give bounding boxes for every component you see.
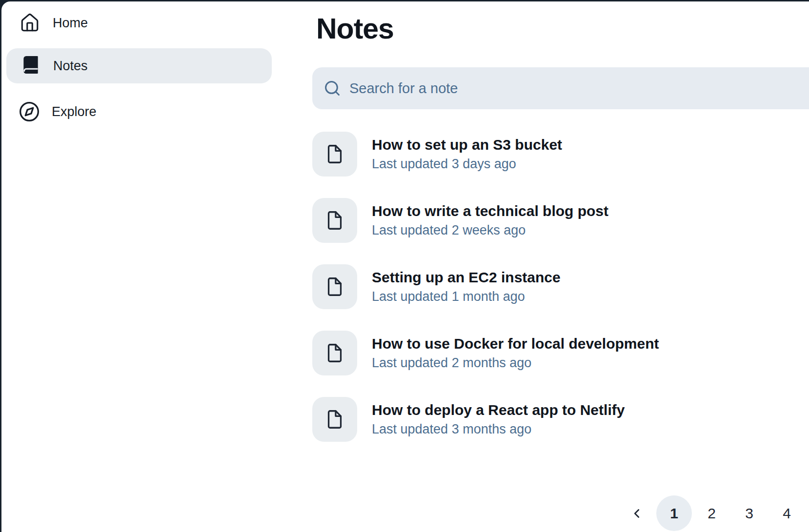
note-updated: Last updated 3 days ago	[372, 157, 562, 172]
note-updated: Last updated 3 months ago	[372, 422, 625, 437]
sidebar-item-home[interactable]: Home	[20, 10, 88, 36]
note-list-item[interactable]: How to write a technical blog post Last …	[312, 198, 794, 243]
search-bar[interactable]	[312, 67, 809, 109]
pagination-page-1[interactable]: 1	[656, 495, 692, 531]
sidebar-item-label: Notes	[53, 59, 88, 74]
app-window: Home Notes Explore Notes	[1, 1, 809, 532]
home-icon	[20, 13, 40, 33]
sidebar-item-label: Home	[53, 16, 88, 31]
sidebar-item-explore[interactable]: Explore	[19, 98, 97, 125]
chevron-left-icon	[629, 506, 644, 521]
note-updated: Last updated 1 month ago	[372, 290, 561, 304]
note-title: How to set up an S3 bucket	[372, 137, 562, 153]
note-updated: Last updated 2 weeks ago	[372, 223, 608, 238]
file-icon	[312, 132, 357, 177]
note-title: How to deploy a React app to Netlify	[372, 402, 625, 418]
note-list-item[interactable]: Setting up an EC2 instance Last updated …	[312, 264, 794, 309]
sidebar: Home Notes Explore	[1, 1, 280, 532]
pagination: 1 2 3 4	[619, 495, 805, 531]
search-icon	[323, 79, 342, 98]
file-icon	[312, 264, 357, 309]
pagination-page-3[interactable]: 3	[731, 495, 767, 531]
note-list: How to set up an S3 bucket Last updated …	[312, 132, 794, 463]
file-icon	[312, 198, 357, 243]
note-title: Setting up an EC2 instance	[372, 269, 561, 285]
pagination-page-2[interactable]: 2	[694, 495, 729, 531]
pagination-prev-button[interactable]	[619, 495, 654, 531]
file-icon	[312, 331, 357, 375]
note-title: How to write a technical blog post	[372, 203, 608, 219]
note-title: How to use Docker for local development	[372, 335, 659, 352]
compass-icon	[19, 101, 40, 122]
file-icon	[312, 397, 357, 442]
note-updated: Last updated 2 months ago	[372, 356, 659, 371]
page-title: Notes	[316, 12, 394, 45]
note-list-item[interactable]: How to deploy a React app to Netlify Las…	[312, 397, 794, 442]
pagination-page-4[interactable]: 4	[769, 495, 805, 531]
note-list-item[interactable]: How to set up an S3 bucket Last updated …	[312, 132, 794, 177]
search-input[interactable]	[349, 80, 809, 97]
sidebar-item-label: Explore	[52, 104, 97, 119]
note-list-item[interactable]: How to use Docker for local development …	[312, 331, 794, 375]
sidebar-item-notes[interactable]: Notes	[6, 48, 272, 83]
book-icon	[21, 55, 40, 77]
